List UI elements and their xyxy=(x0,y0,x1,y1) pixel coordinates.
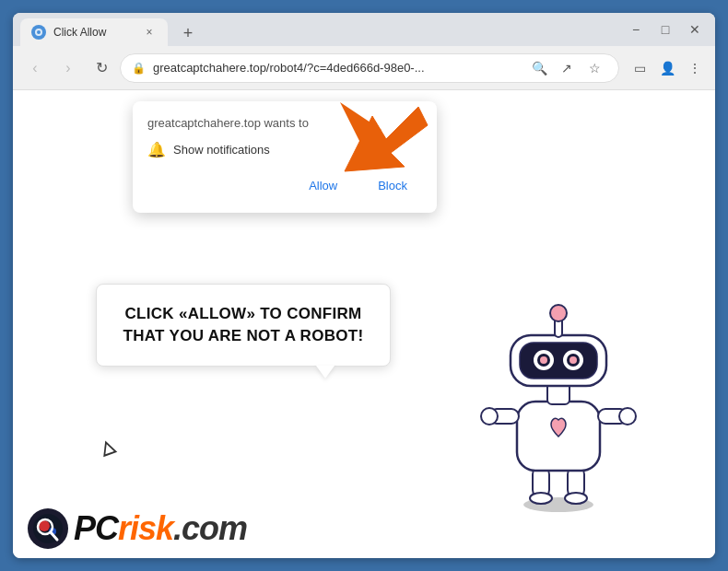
menu-icon-btn[interactable]: ⋮ xyxy=(682,55,708,81)
toolbar-right: ▭ 👤 ⋮ xyxy=(627,55,708,81)
bubble-text: CLICK «ALLOW» TO CONFIRM THAT YOU ARE NO… xyxy=(119,303,368,347)
svg-point-9 xyxy=(565,493,587,504)
arrow-svg xyxy=(335,98,446,190)
pcrisk-icon xyxy=(28,508,68,549)
page-content: × greatcaptchahere.top wants to 🔔 Show n… xyxy=(13,90,715,558)
bookmark-icon-btn[interactable]: ☆ xyxy=(581,55,607,81)
arrow-container xyxy=(335,98,446,193)
sidebar-icon-btn[interactable]: ▭ xyxy=(627,55,652,81)
url-bar[interactable]: 🔒 greatcaptchahere.top/robot4/?c=4ded666… xyxy=(120,53,619,83)
close-button[interactable]: ✕ xyxy=(682,17,708,42)
mouse-cursor xyxy=(99,438,118,458)
refresh-button[interactable]: ↻ xyxy=(87,53,116,83)
address-bar: ‹ › ↻ 🔒 greatcaptchahere.top/robot4/?c=4… xyxy=(13,46,715,90)
robot-illustration xyxy=(476,300,641,503)
svg-point-8 xyxy=(530,493,552,504)
back-button[interactable]: ‹ xyxy=(20,53,50,83)
svg-point-13 xyxy=(481,408,498,425)
svg-point-20 xyxy=(540,356,547,364)
lock-icon: 🔒 xyxy=(132,62,146,75)
active-tab[interactable]: Click Allow × xyxy=(20,18,168,46)
search-icon-btn[interactable]: 🔍 xyxy=(526,55,552,81)
minimize-button[interactable]: − xyxy=(623,17,649,42)
pcrisk-text: PCrisk.com xyxy=(74,509,247,548)
pcrisk-pc: PC xyxy=(74,509,118,547)
url-text: greatcaptchahere.top/robot4/?c=4ded666d-… xyxy=(153,61,519,75)
bell-icon: 🔔 xyxy=(147,141,166,158)
svg-point-23 xyxy=(569,356,577,364)
maximize-button[interactable]: □ xyxy=(652,17,678,42)
window-controls: − □ ✕ xyxy=(623,17,708,42)
svg-point-14 xyxy=(619,408,636,425)
tab-close-button[interactable]: × xyxy=(142,25,157,40)
title-bar: Click Allow × + − □ ✕ xyxy=(13,13,715,46)
svg-point-1 xyxy=(37,30,41,34)
tab-title: Click Allow xyxy=(53,26,135,39)
forward-button[interactable]: › xyxy=(53,53,83,83)
profile-icon-btn[interactable]: 👤 xyxy=(654,55,680,81)
browser-window: Click Allow × + − □ ✕ ‹ › ↻ 🔒 greatcaptc… xyxy=(13,13,715,558)
svg-rect-17 xyxy=(520,343,597,379)
share-icon-btn[interactable]: ↗ xyxy=(554,55,580,81)
tab-favicon xyxy=(31,25,46,40)
pcrisk-risk: risk xyxy=(118,509,173,547)
pcrisk-logo: PCrisk.com xyxy=(28,508,247,549)
notification-text: Show notifications xyxy=(173,143,270,157)
new-tab-button[interactable]: + xyxy=(175,20,201,46)
tab-bar: Click Allow × + xyxy=(20,13,623,46)
speech-bubble: CLICK «ALLOW» TO CONFIRM THAT YOU ARE NO… xyxy=(96,284,391,367)
url-icons: 🔍 ↗ ☆ xyxy=(526,55,607,81)
pcrisk-domain: .com xyxy=(173,509,247,547)
svg-point-25 xyxy=(550,305,567,321)
